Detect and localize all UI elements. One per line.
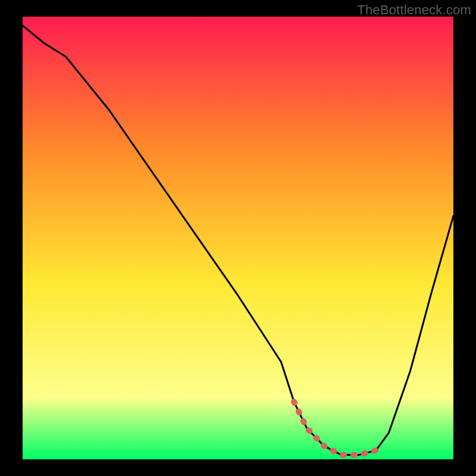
watermark-text: TheBottleneck.com — [357, 2, 471, 18]
bottleneck-chart — [0, 0, 476, 476]
chart-stage: TheBottleneck.com — [0, 0, 476, 476]
